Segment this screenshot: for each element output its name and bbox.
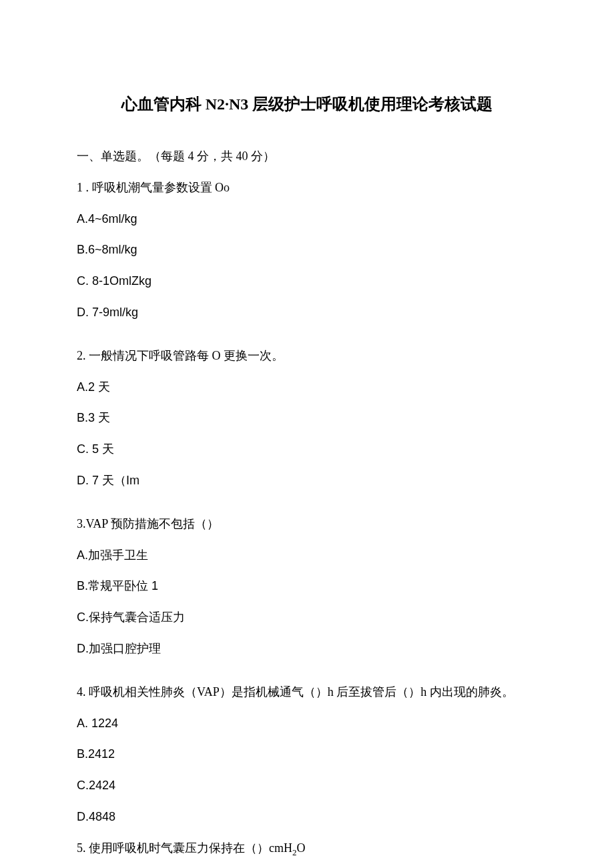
q4-option-a: A. 1224 <box>77 714 537 733</box>
question-4: 4. 呼吸机相关性肺炎（VAP）是指机械通气（）h 后至拔管后（）h 内出现的肺… <box>77 683 537 702</box>
question-1: 1 . 呼吸机潮气量参数设置 Oo <box>77 178 537 197</box>
q4-option-b: B.2412 <box>77 745 537 764</box>
q3-option-a: A.加强手卫生 <box>77 546 537 565</box>
document-title: 心血管内科 N2·N3 层级护士呼吸机使用理论考核试题 <box>77 93 537 115</box>
section-header: 一、单选题。（每题 4 分，共 40 分） <box>77 147 537 166</box>
q5-suffix: O <box>297 841 306 855</box>
q1-option-d: D. 7-9ml/kg <box>77 303 537 322</box>
q2-option-b: B.3 天 <box>77 408 537 428</box>
q2-option-a: A.2 天 <box>77 378 537 397</box>
question-3: 3.VAP 预防措施不包括（） <box>77 514 537 534</box>
q1-option-b: B.6~8ml/kg <box>77 240 537 260</box>
q5-prefix: 5. 使用呼吸机时气囊压力保持在（）cmH <box>77 841 292 855</box>
q3-option-d: D.加强口腔护理 <box>77 639 537 659</box>
q1-option-a: A.4~6ml/kg <box>77 209 537 229</box>
q4-option-c: C.2424 <box>77 776 537 795</box>
q4-option-d: D.4848 <box>77 807 537 827</box>
q1-option-c: C. 8-1OmlZkg <box>77 272 537 291</box>
q2-option-d: D. 7 天（Im <box>77 471 537 490</box>
q2-option-c: C. 5 天 <box>77 440 537 459</box>
question-5: 5. 使用呼吸机时气囊压力保持在（）cmH2O <box>77 839 537 859</box>
q3-option-c: C.保持气囊合适压力 <box>77 608 537 627</box>
question-2: 2. 一般情况下呼吸管路每 O 更换一次。 <box>77 346 537 366</box>
q3-option-b: B.常规平卧位 1 <box>77 576 537 596</box>
